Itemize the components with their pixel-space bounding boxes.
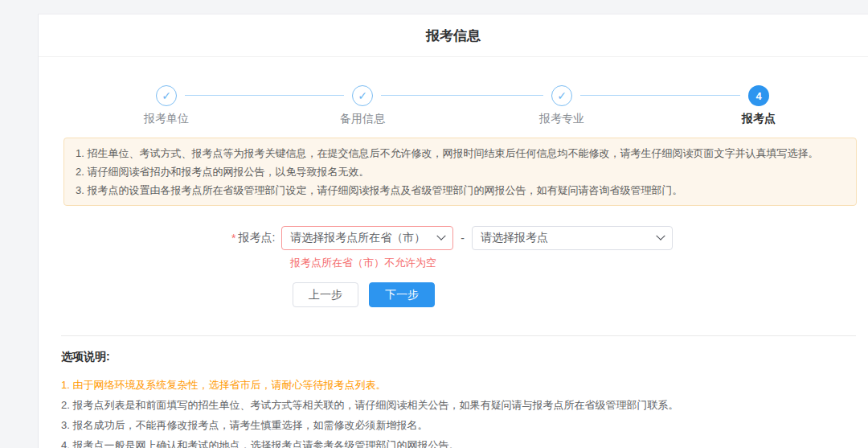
check-icon: ✓ <box>358 89 367 102</box>
page-title: 报考信息 <box>39 14 868 57</box>
prev-step-button[interactable]: 上一步 <box>293 282 358 307</box>
select-separator: - <box>461 232 465 245</box>
next-step-button[interactable]: 下一步 <box>369 282 435 307</box>
chevron-down-icon <box>437 232 446 240</box>
validation-error: 报考点所在省（市）不允许为空 <box>290 256 868 270</box>
step-number-badge: 4 <box>748 85 769 106</box>
chevron-down-icon <box>656 232 665 240</box>
note-line: 1. 由于网络环境及系统复杂性，选择省市后，请耐心等待报考点列表。 <box>61 375 852 395</box>
note-line: 4. 报考点一般是网上确认和考试的地点，选择报考点请参考各级管理部门的网报公告。 <box>61 435 852 448</box>
exam-site-form: * 报考点: 请选择报考点所在省（市） - 请选择报考点 报考点所在省（市）不允… <box>39 226 868 307</box>
wizard-buttons: 上一步 下一步 <box>293 282 868 307</box>
province-select-value: 请选择报考点所在省（市） <box>290 231 425 245</box>
notice-line: 2. 请仔细阅读省招办和报考点的网报公告，以免导致报名无效。 <box>76 162 845 181</box>
registration-card: 报考信息 ✓ 报考单位 ✓ 备用信息 ✓ 报考专业 <box>38 14 868 448</box>
exam-site-select[interactable]: 请选择报考点 <box>472 226 673 250</box>
step-enroll-unit: ✓ 报考单位 <box>114 57 219 126</box>
step-backup-info: ✓ 备用信息 <box>310 57 415 126</box>
notice-line: 3. 报考点的设置由各报考点所在省级管理部门设定，请仔细阅读报考点及省级管理部门… <box>76 181 845 199</box>
exam-site-row: * 报考点: 请选择报考点所在省（市） - 请选择报考点 <box>231 226 868 250</box>
province-select[interactable]: 请选择报考点所在省（市） <box>281 226 453 250</box>
check-icon: ✓ <box>557 89 567 102</box>
option-notes: 选项说明: 1. 由于网络环境及系统复杂性，选择省市后，请耐心等待报考点列表。 … <box>39 336 868 448</box>
note-line: 2. 报考点列表是和前面填写的招生单位、考试方式等相关联的，请仔细阅读相关公告，… <box>61 395 852 415</box>
check-icon: ✓ <box>162 89 171 102</box>
step-done-check-icon: ✓ <box>352 85 373 106</box>
exam-site-select-value: 请选择报考点 <box>481 231 548 245</box>
notes-heading: 选项说明: <box>61 350 852 364</box>
step-label: 备用信息 <box>310 112 415 126</box>
exam-site-label: 报考点: <box>238 231 275 245</box>
step-label: 报考专业 <box>510 112 614 126</box>
notice-line: 1. 招生单位、考试方式、报考点等为报考关键信息，在提交信息后不允许修改，网报时… <box>76 144 845 162</box>
step-label: 报考点 <box>706 112 811 126</box>
step-done-check-icon: ✓ <box>156 85 177 106</box>
notice-box: 1. 招生单位、考试方式、报考点等为报考关键信息，在提交信息后不允许修改，网报时… <box>63 138 857 206</box>
step-exam-site-current: 4 报考点 <box>706 57 811 126</box>
stepper: ✓ 报考单位 ✓ 备用信息 ✓ 报考专业 4 报考点 <box>39 57 868 138</box>
page-background: 报考信息 ✓ 报考单位 ✓ 备用信息 ✓ 报考专业 <box>0 0 868 448</box>
step-label: 报考单位 <box>114 112 219 126</box>
required-asterisk: * <box>231 232 235 245</box>
step-done-check-icon: ✓ <box>551 85 572 106</box>
step-exam-major: ✓ 报考专业 <box>510 57 614 126</box>
note-line: 3. 报名成功后，不能再修改报考点，请考生慎重选择，如需修改必须新增报名。 <box>61 415 852 435</box>
